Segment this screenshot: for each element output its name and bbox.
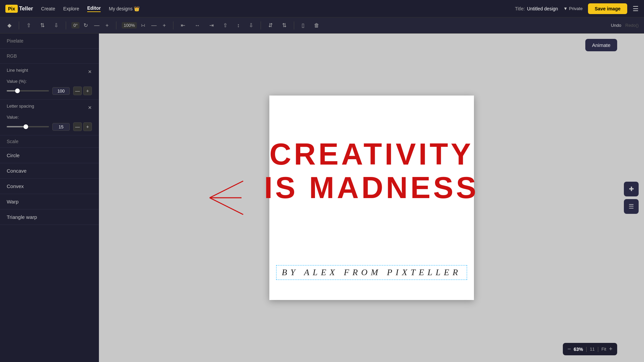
zoom-in-button[interactable]: + [609,346,612,353]
zoom-group: 100% ∺ — + [122,21,168,30]
line-height-increment[interactable]: + [83,86,92,95]
line-height-decrement[interactable]: — [73,86,82,95]
toolbar-sep-6 [294,21,294,29]
nav-mydesigns[interactable]: My designs 👑 [109,6,140,11]
svg-line-0 [210,181,243,198]
letter-spacing-close[interactable]: ✕ [88,105,92,110]
toolbar-sep-3 [116,21,116,29]
line-height-section: Line height ✕ Value (%): — + [0,64,99,100]
letter-spacing-value-label: Value: [7,115,92,120]
letter-spacing-stepper: — + [73,122,92,131]
animate-container: Animate [585,39,617,51]
zoom-value: 63% [574,347,583,352]
toolbar-sep-5 [261,21,261,29]
canvas-text-byalex[interactable]: BY ALEX FROM PIXTELLER [276,265,467,280]
title-area: Title: Untitled design [515,6,558,11]
sidebar-item-triangle-warp[interactable]: Triangle warp [0,209,99,225]
rotation-value: 0° [71,22,79,28]
nav-explore[interactable]: Explore [63,6,79,11]
logo-text: Teller [19,6,33,12]
flip-h-icon[interactable]: ⇵ [266,21,275,30]
sidebar-item-pixelate[interactable]: Pixelate [0,34,99,49]
move-down-icon[interactable]: ⇩ [52,21,60,30]
line-height-row: — + [7,86,92,95]
save-image-button[interactable]: Save image [588,3,627,14]
rotation-group: 0° ↻ — + [71,21,111,30]
sidebar-item-circle[interactable]: Circle [0,148,99,163]
line-height-close[interactable]: ✕ [88,69,92,74]
private-button[interactable]: ▼ Private [564,6,583,11]
line-height-track[interactable] [7,90,49,92]
zoom-sep: | [586,346,587,352]
animate-button[interactable]: Animate [585,39,617,51]
align-middle-icon[interactable]: ↕ [235,21,241,30]
zoom-bar: − 63% | 11 | Fit + [563,343,617,355]
flip-v-icon[interactable]: ⇅ [280,21,288,30]
zoom-out-button[interactable]: − [568,346,571,353]
line-height-stepper: — + [73,86,92,95]
delete-icon[interactable]: 🗑 [312,21,321,30]
align-top-icon[interactable]: ⇧ [221,21,229,30]
logo: Pix Teller [5,5,33,13]
sidebar-item-concave[interactable]: Concave [0,163,99,179]
align-center-icon[interactable]: ↔ [193,21,202,30]
grid-icon[interactable]: ∺ [139,21,147,30]
title-label: Title: [515,6,525,11]
letter-spacing-thumb[interactable] [23,124,28,129]
line-height-header: Line height ✕ [7,68,92,75]
sidebar: Pixelate RGB Line height ✕ Value (%): — … [0,34,99,362]
toolbar-right: Undo Redo() [611,23,639,28]
line-height-input[interactable] [52,87,70,95]
letter-spacing-section: Letter spacing ✕ Value: — + [0,100,99,135]
toolbar-sep-4 [173,21,173,29]
line-height-label: Line height [7,68,28,73]
layer-options-button[interactable]: ☰ [624,199,639,214]
nav-create[interactable]: Create [41,6,55,11]
logo-box: Pix [5,5,18,13]
canvas-area[interactable]: CREATIVITY IS MADNESS BY ALEX FROM PIXTE… [99,34,644,362]
line-height-value-label: Value (%): [7,79,92,84]
canvas-bg[interactable]: CREATIVITY IS MADNESS BY ALEX FROM PIXTE… [269,96,474,300]
hamburger-icon[interactable]: ☰ [633,5,639,13]
letter-spacing-increment[interactable]: + [83,122,92,131]
canvas-text-ismadness: IS MADNESS [264,173,479,203]
sidebar-item-convex[interactable]: Convex [0,179,99,194]
align-right-icon[interactable]: ⇥ [207,21,216,30]
letter-spacing-header: Letter spacing ✕ [7,104,92,111]
rotate-minus-icon[interactable]: — [92,21,101,30]
add-layer-button[interactable]: ✚ [624,182,639,196]
main-layout: Pixelate RGB Line height ✕ Value (%): — … [0,34,644,362]
rotate-icon[interactable]: ↻ [82,21,90,30]
sidebar-item-rgb[interactable]: RGB [0,49,99,64]
line-height-thumb[interactable] [15,88,20,93]
letter-spacing-row: — + [7,122,92,131]
zoom-out-icon[interactable]: — [149,21,159,30]
align-bottom-icon[interactable]: ⇩ [247,21,255,30]
svg-line-1 [210,198,243,215]
sidebar-item-scale[interactable]: Scale [0,135,99,148]
toolbar-sep-2 [66,21,66,29]
letter-spacing-input[interactable] [52,123,70,131]
zoom-fit[interactable]: Fit [601,347,606,352]
right-actions: ✚ ☰ [624,182,639,214]
zoom-in-icon[interactable]: + [161,21,168,30]
zoom-sep2: | [597,346,599,352]
rotate-plus-icon[interactable]: + [103,21,110,30]
zoom-step: 11 [590,347,594,352]
letter-spacing-track[interactable] [7,126,49,127]
toolbar-sep-1 [19,21,19,29]
nav-editor[interactable]: Editor [87,5,101,12]
title-value[interactable]: Untitled design [527,6,558,11]
zoom-value: 100% [122,22,137,28]
align-left-icon[interactable]: ⇤ [179,21,187,30]
shape-icon[interactable]: ◆ [5,21,13,30]
undo-button[interactable]: Undo [611,23,621,28]
nav-right: Title: Untitled design ▼ Private Save im… [515,3,639,14]
sidebar-item-warp[interactable]: Warp [0,194,99,209]
move-icon[interactable]: ⇅ [38,21,47,30]
move-up-icon[interactable]: ⇧ [24,21,33,30]
top-nav: Pix Teller Create Explore Editor My desi… [0,0,644,17]
copy-icon[interactable]: ▯ [300,21,307,30]
letter-spacing-decrement[interactable]: — [73,122,82,131]
letter-spacing-label: Letter spacing [7,104,34,109]
